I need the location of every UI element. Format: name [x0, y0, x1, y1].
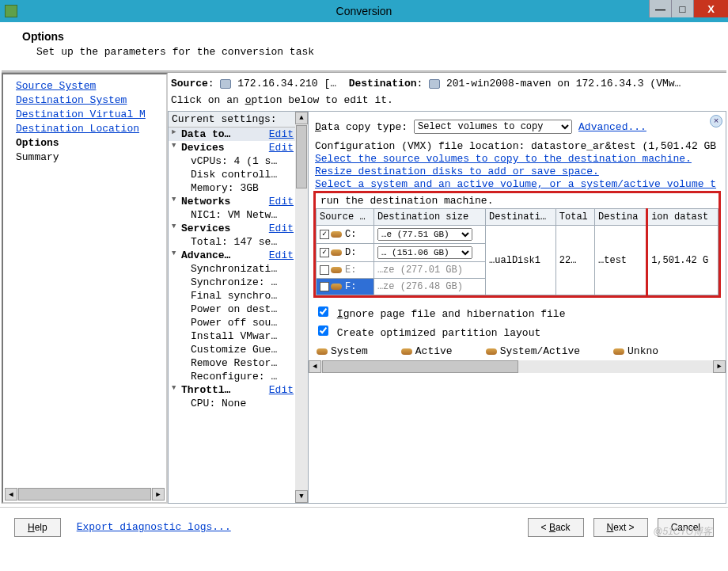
- scroll-thumb[interactable]: [296, 125, 307, 188]
- col-total[interactable]: Total: [555, 209, 594, 226]
- scroll-thumb[interactable]: [18, 488, 151, 501]
- scroll-right-icon[interactable]: ►: [713, 360, 726, 373]
- disk-icon: [317, 348, 328, 355]
- next-button[interactable]: Next >: [593, 518, 648, 537]
- destination-value: 201-win2008-maven on 172.16.34.3 (VMw…: [446, 78, 681, 89]
- edit-link[interactable]: Edit: [269, 196, 294, 207]
- disk-icon: [401, 348, 412, 355]
- tree-item[interactable]: Total: 147 se…: [169, 235, 308, 249]
- wizard-nav: Source System Destination System Destina…: [2, 73, 168, 504]
- nav-scrollbar[interactable]: ◄ ►: [5, 488, 165, 501]
- ignore-pagefile-checkbox[interactable]: Ignore page file and hibernation file: [315, 304, 719, 320]
- tree-item[interactable]: ▼ServicesEdit: [169, 222, 308, 235]
- caret-icon: ▼: [172, 384, 181, 396]
- nav-destination-system[interactable]: Destination System: [16, 93, 165, 108]
- edit-link[interactable]: Edit: [269, 128, 294, 140]
- scroll-up-icon[interactable]: ▲: [295, 112, 308, 124]
- tree-item-label: Synchronizati…: [191, 263, 294, 275]
- col-dest-disk[interactable]: Destinati…: [486, 209, 556, 226]
- export-logs-link[interactable]: Export diagnostic logs...: [77, 521, 231, 533]
- nav-summary[interactable]: Summary: [16, 150, 165, 165]
- scroll-right-icon[interactable]: ►: [152, 488, 165, 501]
- tree-item[interactable]: Power off sou…: [169, 316, 308, 329]
- size-label: …ze (277.01 GB): [373, 262, 485, 279]
- scroll-left-icon[interactable]: ◄: [309, 360, 321, 373]
- volume-checkbox[interactable]: [320, 282, 329, 291]
- tree-scrollbar[interactable]: ▲ ▼: [295, 112, 308, 503]
- nav-destination-location[interactable]: Destination Location: [16, 122, 165, 136]
- nav-options[interactable]: Options: [16, 136, 165, 150]
- nav-destination-virtual-machine[interactable]: Destination Virtual M: [16, 108, 165, 122]
- tree-item-label: Disk controll…: [191, 169, 294, 181]
- help-button[interactable]: Help: [14, 518, 61, 537]
- cancel-button[interactable]: Cancel: [658, 518, 714, 537]
- tree-item[interactable]: Memory: 3GB: [169, 181, 308, 195]
- volume-checkbox[interactable]: [320, 265, 329, 275]
- data-copy-select[interactable]: Select volumes to copy: [414, 120, 572, 134]
- page-subtitle: Set up the parameters for the conversion…: [36, 46, 714, 58]
- back-button[interactable]: < Back: [528, 518, 584, 537]
- close-button[interactable]: X: [693, 0, 728, 17]
- optimize-layout-checkbox[interactable]: Create optimized partition layout: [315, 323, 719, 339]
- tree-item[interactable]: Final synchro…: [169, 289, 308, 303]
- tree-item[interactable]: Remove Restor…: [169, 356, 308, 370]
- scroll-thumb[interactable]: [322, 360, 518, 373]
- panel-close-icon[interactable]: ×: [710, 115, 722, 128]
- size-select[interactable]: … (151.06 GB): [377, 246, 472, 259]
- tree-item[interactable]: Customize Gue…: [169, 343, 308, 356]
- tree-item[interactable]: ▼NetworksEdit: [169, 195, 308, 208]
- tree-item[interactable]: ▼Advance…Edit: [169, 249, 308, 262]
- volume-checkbox[interactable]: [320, 230, 329, 239]
- tree-item-label: vCPUs: 4 (1 s…: [191, 155, 294, 167]
- table-row[interactable]: C: …e (77.51 GB) …ualDisk1 22… …test 1,5…: [317, 226, 719, 244]
- caret-icon: ▼: [172, 142, 181, 154]
- tree-item[interactable]: Power on dest…: [169, 303, 308, 316]
- disk-icon: [613, 348, 624, 355]
- tree-item[interactable]: Reconfigure: …: [169, 370, 308, 383]
- tree-item[interactable]: Synchronizati…: [169, 262, 308, 276]
- detail-scrollbar[interactable]: ◄ ►: [309, 360, 726, 373]
- size-select[interactable]: …e (77.51 GB): [377, 228, 472, 241]
- scroll-down-icon[interactable]: ▼: [295, 490, 308, 503]
- disk-icon: [331, 249, 342, 256]
- volumes-highlight-box: run the destination machine. Source … De…: [313, 191, 721, 298]
- resize-link[interactable]: Resize destination disks to add or save …: [315, 166, 599, 177]
- edit-link[interactable]: Edit: [269, 223, 294, 234]
- data-copy-label: Data copy type:: [315, 121, 408, 133]
- col-datastore[interactable]: ion datast: [647, 209, 719, 226]
- tree-item-label: Networks: [181, 196, 266, 207]
- scroll-left-icon[interactable]: ◄: [5, 488, 17, 501]
- select-source-link[interactable]: Select the source volumes to copy to the…: [315, 153, 692, 165]
- caret-icon: ▼: [172, 249, 181, 261]
- edit-link[interactable]: Edit: [269, 249, 294, 261]
- tree-item[interactable]: Synchronize: …: [169, 276, 308, 289]
- source-dest-line: Source: 172.16.34.210 [… Destination: 20…: [168, 73, 726, 94]
- dest-disk-cell: …ualDisk1: [486, 226, 556, 295]
- tree-item[interactable]: NIC1: VM Netw…: [169, 208, 308, 222]
- col-source[interactable]: Source …: [317, 209, 374, 226]
- edit-link[interactable]: Edit: [269, 384, 294, 396]
- footer: Help Export diagnostic logs... < Back Ne…: [0, 507, 728, 546]
- minimize-button[interactable]: —: [649, 0, 671, 17]
- tree-item[interactable]: CPU: None: [169, 397, 308, 410]
- tree-item-label: Advance…: [181, 249, 266, 261]
- drive-label: F:: [345, 281, 356, 292]
- tree-item[interactable]: Install VMwar…: [169, 329, 308, 343]
- caret-icon: ▼: [172, 196, 181, 207]
- edit-link[interactable]: Edit: [269, 142, 294, 154]
- tree-item[interactable]: Disk controll…: [169, 168, 308, 181]
- table-header-row: Source … Destination size Destinati… Tot…: [317, 209, 719, 226]
- tree-item[interactable]: vCPUs: 4 (1 s…: [169, 154, 308, 168]
- settings-tree: Current settings: ▲ ►Data to…Edit▼Device…: [168, 111, 309, 504]
- advanced-link[interactable]: Advanced...: [578, 121, 646, 133]
- volume-checkbox[interactable]: [320, 248, 329, 257]
- col-dest-size[interactable]: Destination size: [373, 209, 485, 226]
- col-destina[interactable]: Destina: [595, 209, 647, 226]
- tree-item[interactable]: ▼DevicesEdit: [169, 141, 308, 154]
- select-system-link[interactable]: Select a system and an active volume, or…: [315, 178, 716, 190]
- maximize-button[interactable]: □: [671, 0, 693, 17]
- tree-item[interactable]: ►Data to…Edit: [169, 128, 308, 141]
- tree-item[interactable]: ▼Throttl…Edit: [169, 383, 308, 397]
- nav-source-system[interactable]: Source System: [16, 79, 165, 93]
- disk-icon: [331, 231, 342, 238]
